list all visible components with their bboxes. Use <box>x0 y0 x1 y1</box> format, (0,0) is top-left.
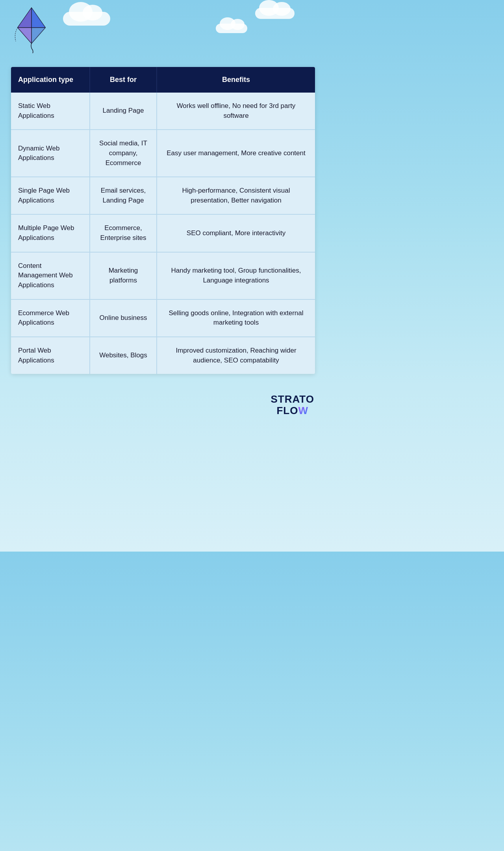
kite-illustration <box>14 6 49 55</box>
sky-section <box>0 0 326 63</box>
cell-type: Multiple Page Web Applications <box>11 214 90 252</box>
col-header-benefits: Benefits <box>157 67 315 93</box>
cell-best-for: Landing Page <box>90 93 157 130</box>
cell-best-for: Email services, Landing Page <box>90 177 157 214</box>
cloud-1 <box>63 12 110 26</box>
col-header-type: Application type <box>11 67 90 93</box>
cloud-2 <box>255 8 295 19</box>
cell-type: Dynamic Web Applications <box>11 130 90 177</box>
cell-benefits: SEO compliant, More interactivity <box>157 214 315 252</box>
cell-best-for: Social media, IT company, Ecommerce <box>90 130 157 177</box>
logo-line1: STRATO <box>271 394 314 405</box>
logo-flo: FLO <box>276 405 298 416</box>
cell-benefits: Works well offline, No need for 3rd part… <box>157 93 315 130</box>
table-row: Dynamic Web ApplicationsSocial media, IT… <box>11 130 315 177</box>
table-row: Portal Web ApplicationsWebsites, BlogsIm… <box>11 337 315 374</box>
cell-type: Content Management Web Applications <box>11 252 90 299</box>
cell-type: Ecommerce Web Applications <box>11 299 90 337</box>
col-header-best-for: Best for <box>90 67 157 93</box>
table-row: Single Page Web ApplicationsEmail servic… <box>11 177 315 214</box>
cloud-3 <box>216 24 247 33</box>
brand-logo: STRATO FLOW <box>271 394 314 416</box>
cell-type: Portal Web Applications <box>11 337 90 374</box>
comparison-table-wrapper: Application type Best for Benefits Stati… <box>11 67 315 374</box>
svg-marker-2 <box>32 8 45 28</box>
cell-best-for: Ecommerce, Enterprise sites <box>90 214 157 252</box>
cell-best-for: Marketing platforms <box>90 252 157 299</box>
table-row: Multiple Page Web ApplicationsEcommerce,… <box>11 214 315 252</box>
logo-section: STRATO FLOW <box>0 390 326 428</box>
table-row: Static Web ApplicationsLanding PageWorks… <box>11 93 315 130</box>
logo-w: W <box>298 405 308 416</box>
cell-type: Single Page Web Applications <box>11 177 90 214</box>
cell-type: Static Web Applications <box>11 93 90 130</box>
logo-line2: FLOW <box>271 405 314 416</box>
cell-benefits: Easy user management, More creative cont… <box>157 130 315 177</box>
svg-marker-1 <box>18 8 32 28</box>
svg-marker-4 <box>32 28 45 43</box>
cell-benefits: Selling goods online, Integration with e… <box>157 299 315 337</box>
comparison-table: Application type Best for Benefits Stati… <box>11 67 315 374</box>
cell-benefits: Improved customization, Reaching wider a… <box>157 337 315 374</box>
cell-best-for: Websites, Blogs <box>90 337 157 374</box>
cell-benefits: Handy marketing tool, Group functionalit… <box>157 252 315 299</box>
cell-benefits: High-performance, Consistent visual pres… <box>157 177 315 214</box>
cell-best-for: Online business <box>90 299 157 337</box>
table-row: Ecommerce Web ApplicationsOnline busines… <box>11 299 315 337</box>
table-row: Content Management Web ApplicationsMarke… <box>11 252 315 299</box>
table-header-row: Application type Best for Benefits <box>11 67 315 93</box>
svg-marker-3 <box>18 28 32 43</box>
